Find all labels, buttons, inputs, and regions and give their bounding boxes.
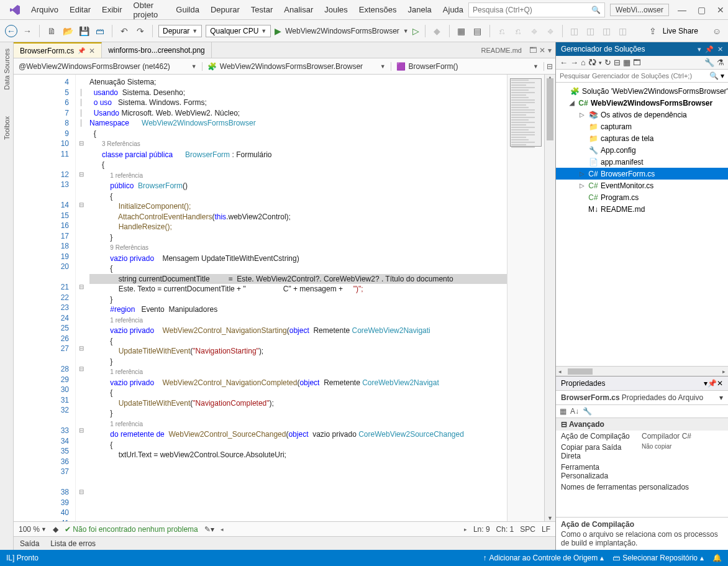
status-bell-icon[interactable]: 🔔 xyxy=(712,554,722,562)
tree-item-capturam[interactable]: 📁capturam xyxy=(556,121,728,132)
tb-icon-3[interactable]: ▤ xyxy=(471,25,484,37)
properties-header[interactable]: Propriedades ▾ 📌 ✕ xyxy=(556,377,728,391)
tb-icon-8[interactable]: ◫ xyxy=(568,25,581,37)
fold-column[interactable]: ││││⊟⊟⊟⊟⊟⊟⊟⊟ xyxy=(76,75,87,521)
error-lens-icon[interactable]: ◆ xyxy=(53,525,58,534)
tab-dropdown-icon[interactable]: ▾ xyxy=(548,46,552,55)
tb-icon-4[interactable]: ⎌ xyxy=(496,25,508,37)
tb-icon-10[interactable]: ◫ xyxy=(601,25,613,37)
nav-class-combo[interactable]: 🧩 WebView2WindowsFormsBrowser.Browser▼ xyxy=(202,62,391,71)
tab-readme[interactable]: README.md xyxy=(476,45,527,56)
solution-explorer-header[interactable]: Gerenciador de Soluções ▾ 📌 ✕ xyxy=(556,42,728,56)
rail-data-sources[interactable]: Data Sources xyxy=(3,45,11,94)
sol-filter-icon[interactable]: ⚗ xyxy=(717,58,724,67)
prop-row-toolns[interactable]: Nomes de ferramentas personalizados xyxy=(556,482,728,493)
sol-tool-icon[interactable]: 🔧 xyxy=(704,58,714,67)
menu-analisar[interactable]: Analisar xyxy=(279,2,318,17)
menu-joules[interactable]: Joules xyxy=(319,2,353,17)
sol-fwd-icon[interactable]: → xyxy=(570,58,578,67)
prop-wrench-icon[interactable]: 🔧 xyxy=(583,407,592,416)
solution-tree[interactable]: 🧩Solução 'WebView2WindowsFormsBrowser' ◢… xyxy=(556,83,728,366)
nav-member-combo[interactable]: 🟪 BrowserForm()▼ xyxy=(391,62,544,71)
code-editor[interactable]: 4567891011121314151617181920212223242526… xyxy=(14,75,555,521)
start-debug-button[interactable]: ▶ xyxy=(275,26,281,36)
solution-search[interactable]: 🔍 ▾ xyxy=(556,70,728,83)
prop-row-copy[interactable]: Copiar para Saída DiretaNão copiar xyxy=(556,442,728,462)
tree-item-eventmonitor[interactable]: ▷C#EventMonitor.cs xyxy=(556,180,728,191)
start-no-debug-button[interactable]: ▷ xyxy=(412,26,419,36)
feedback-button[interactable]: ☺ xyxy=(711,25,723,37)
eol-mode[interactable]: LF xyxy=(542,525,550,534)
tree-solution-root[interactable]: 🧩Solução 'WebView2WindowsFormsBrowser' xyxy=(556,85,728,97)
tab-screenshot[interactable]: winforms-bro...creenshot.png xyxy=(102,42,211,58)
menu-obter-projeto[interactable]: Obter projeto xyxy=(129,0,170,22)
undo-button[interactable]: ↶ xyxy=(118,25,130,37)
panel-pin-icon[interactable]: 📌 xyxy=(708,379,717,388)
menu-arquivo[interactable]: Arquivo xyxy=(26,2,63,17)
sol-back-icon[interactable]: ← xyxy=(560,58,568,67)
tab-close-all-icon[interactable]: ✕ xyxy=(539,46,545,55)
prop-row-tool[interactable]: Ferramenta Personalizada xyxy=(556,462,728,482)
properties-grid[interactable]: ⊟ Avançado Ação de CompilaçãoCompilador … xyxy=(556,418,728,517)
nav-project-combo[interactable]: @WebView2WindowsFormsBrowser (net462)▼ xyxy=(14,62,202,71)
tree-item-readme[interactable]: M↓README.md xyxy=(556,203,728,215)
tree-item-manifest[interactable]: 📄app.manifest xyxy=(556,156,728,168)
panel-close-icon[interactable]: ✕ xyxy=(717,45,723,53)
tab-overflow-icon[interactable]: 🗔 xyxy=(529,46,537,55)
menu-extensoes[interactable]: Extensões xyxy=(354,2,402,17)
close-button[interactable]: ✕ xyxy=(717,5,724,15)
live-share-button[interactable]: Live Share xyxy=(663,27,698,35)
tb-icon-11[interactable]: ◫ xyxy=(617,25,629,37)
search-input[interactable] xyxy=(473,6,591,14)
platform-combo[interactable]: Qualquer CPU▼ xyxy=(206,25,271,37)
panel-dropdown-icon[interactable]: ▾ xyxy=(698,45,701,53)
tab-output[interactable]: Saída xyxy=(20,539,39,548)
tb-icon-9[interactable]: ◫ xyxy=(585,25,597,37)
minimize-button[interactable]: ― xyxy=(678,5,686,15)
vertical-scrollbar[interactable]: ▲▼ xyxy=(544,75,555,521)
save-button[interactable]: 💾 xyxy=(78,25,90,37)
tree-item-deps[interactable]: ▷📚Os ativos de dependência xyxy=(556,109,728,121)
solution-hscroll[interactable]: ◂▸ xyxy=(556,366,728,376)
quick-search[interactable]: 🔍 xyxy=(468,2,605,17)
status-source-control[interactable]: ↑ Adicionar ao Controle de Origem ▴ xyxy=(483,554,604,562)
nav-back-button[interactable]: ← xyxy=(5,25,17,37)
tb-icon-1[interactable]: ◆ xyxy=(431,25,444,37)
menu-ajuda[interactable]: Ajuda xyxy=(438,2,468,17)
problems-indicator[interactable]: ✔ Não foi encontrado nenhum problema xyxy=(65,525,198,534)
solution-search-input[interactable] xyxy=(560,72,709,80)
maximize-button[interactable]: ▢ xyxy=(698,5,706,15)
tb-icon-2[interactable]: ▦ xyxy=(455,25,468,37)
nav-fwd-button[interactable]: → xyxy=(21,25,34,37)
menu-exibir[interactable]: Exibir xyxy=(97,2,127,17)
code-area[interactable]: Atenuação Sistema; usando Sistema. Desen… xyxy=(87,75,507,521)
sol-sync-icon[interactable]: 🗘 xyxy=(588,58,596,67)
panel-pin-icon[interactable]: 📌 xyxy=(705,45,714,53)
tree-item-capturas[interactable]: 📁capturas de tela xyxy=(556,132,728,144)
new-project-button[interactable]: 🗎 xyxy=(45,25,58,37)
prop-categorized-icon[interactable]: ▦ xyxy=(560,407,566,416)
prop-alpha-icon[interactable]: A↓ xyxy=(570,407,579,416)
prop-row-build[interactable]: Ação de CompilaçãoCompilador C# xyxy=(556,431,728,442)
close-icon[interactable]: ✕ xyxy=(89,47,95,55)
sol-properties-icon[interactable]: 🗔 xyxy=(633,58,641,67)
sol-collapse-icon[interactable]: ⊟ xyxy=(614,58,621,67)
pencil-icon[interactable]: ✎▾ xyxy=(204,525,214,534)
save-all-button[interactable]: 🗃 xyxy=(94,25,106,37)
configuration-combo[interactable]: Depurar▼ xyxy=(158,25,202,37)
solution-name-pill[interactable]: WebVi...owser xyxy=(610,4,669,16)
split-editor-button[interactable]: ⊟ xyxy=(544,62,555,71)
tab-error-list[interactable]: Lista de erros xyxy=(50,539,96,548)
indent-mode[interactable]: SPC xyxy=(520,525,535,534)
tb-icon-7[interactable]: ⎆ xyxy=(544,25,557,37)
prop-category[interactable]: ⊟ Avançado xyxy=(556,418,728,431)
rail-toolbox[interactable]: Toolbox xyxy=(3,112,11,144)
panel-close-icon[interactable]: ✕ xyxy=(717,379,723,388)
tree-item-browserform[interactable]: ▷C#BrowserForm.cs xyxy=(556,168,728,180)
tree-item-appconfig[interactable]: 🔧App.config xyxy=(556,144,728,156)
menu-janela[interactable]: Janela xyxy=(403,2,437,17)
menu-editar[interactable]: Editar xyxy=(65,2,96,17)
tree-item-program[interactable]: C#Program.cs xyxy=(556,191,728,203)
sol-showall-icon[interactable]: ▦ xyxy=(623,58,630,67)
menu-depurar[interactable]: Depurar xyxy=(206,2,245,17)
